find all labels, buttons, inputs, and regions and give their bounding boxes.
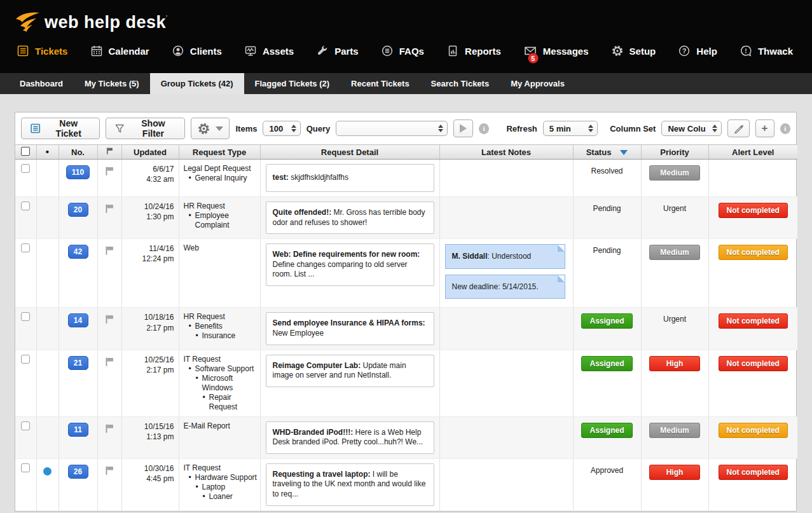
status-badge: Medium: [649, 245, 700, 260]
ticket-number-badge[interactable]: 11: [68, 423, 88, 437]
request-detail-column-header[interactable]: Request Detail: [260, 145, 439, 160]
row-checkbox[interactable]: [21, 421, 30, 430]
priority-cell: Medium: [641, 416, 708, 458]
number-column-header[interactable]: No.: [58, 145, 97, 160]
status-badge: Medium: [649, 423, 700, 438]
alert-level-column-header[interactable]: Alert Level: [708, 145, 797, 160]
tickets-panel: New Ticket Show Filter Items 100 Query: [15, 112, 797, 512]
bulk-actions-gear-button[interactable]: [191, 118, 230, 139]
nav-item-help[interactable]: ? Help: [678, 44, 717, 57]
add-column-set-button[interactable]: +: [755, 120, 774, 137]
row-checkbox[interactable]: [21, 164, 30, 173]
row-checkbox[interactable]: [21, 202, 30, 210]
request-detail-box[interactable]: Send employee Insurance & HIPAA forms: N…: [266, 312, 434, 345]
nav-item-clients[interactable]: Clients: [172, 44, 222, 57]
flag-column-header[interactable]: [97, 145, 121, 160]
flag-icon[interactable]: [104, 245, 114, 256]
nav-item-calendar[interactable]: Calendar: [90, 44, 149, 57]
nav-item-faqs[interactable]: FAQs: [381, 44, 424, 57]
tab-dashboard[interactable]: Dashboard: [9, 73, 74, 94]
request-detail-box[interactable]: test: skjdfhskldjhfalfhs: [266, 164, 434, 192]
nav-item-messages[interactable]: 5 Messages: [523, 44, 589, 57]
nav-item-tickets[interactable]: Tickets: [17, 44, 67, 57]
tab-group-tickets[interactable]: Group Tickets (42): [150, 73, 244, 94]
flag-icon[interactable]: [104, 166, 114, 176]
note-fold-corner: [558, 275, 565, 282]
status-badge: Medium: [649, 165, 700, 181]
tab-my-tickets[interactable]: My Tickets (5): [74, 73, 150, 94]
ticket-number-badge[interactable]: 110: [66, 165, 90, 179]
latest-notes-cell: M. Siddall: UnderstoodNew deadline: 5/14…: [439, 239, 573, 308]
new-ticket-button[interactable]: New Ticket: [21, 118, 100, 139]
row-checkbox[interactable]: [21, 463, 30, 472]
messages-badge: 5: [528, 53, 539, 64]
plus-icon: +: [762, 122, 768, 135]
latest-notes-column-header[interactable]: Latest Notes: [439, 145, 573, 160]
request-detail-box[interactable]: Quite offended!: Mr. Gross has terrible …: [266, 202, 434, 234]
tickets-icon: [17, 44, 29, 57]
request-type-column-header[interactable]: Request Type: [179, 145, 260, 160]
updated-column-header[interactable]: Updated: [121, 145, 179, 160]
alert-level-cell: Not completed: [708, 458, 797, 510]
request-detail-box[interactable]: Reimage Computer Lab: Update main image …: [266, 355, 434, 387]
tab-search-tickets[interactable]: Search Tickets: [420, 73, 500, 94]
request-type-cell: HR Request•Employee Complaint: [179, 197, 260, 239]
nav-item-thwack[interactable]: Thwack: [740, 44, 793, 57]
query-info-icon[interactable]: i: [479, 123, 490, 134]
flag-icon[interactable]: [104, 465, 114, 475]
tab-recent-tickets[interactable]: Recent Tickets: [340, 73, 420, 94]
column-set-select[interactable]: New Colu: [661, 121, 721, 136]
row-checkbox[interactable]: [21, 312, 30, 321]
row-checkbox[interactable]: [21, 243, 30, 252]
refresh-select[interactable]: 5 min: [543, 121, 598, 136]
status-column-header[interactable]: Status: [573, 145, 641, 160]
ticket-number-badge[interactable]: 26: [68, 465, 88, 479]
setup-icon: [611, 44, 624, 57]
tab-my-approvals[interactable]: My Approvals: [500, 73, 575, 94]
table-row: 26 10/30/164:45 pm IT Request•Hardware S…: [15, 458, 797, 510]
status-badge: Not completed: [719, 203, 788, 218]
alert-level-cell: Not completed: [708, 350, 797, 416]
brand-logo: web help desk': [0, 0, 812, 33]
row-checkbox[interactable]: [21, 355, 30, 364]
app-header: web help desk' Tickets Calendar Clients …: [0, 0, 812, 73]
ticket-number-badge[interactable]: 14: [68, 313, 88, 327]
ticket-toolbar: New Ticket Show Filter Items 100 Query: [15, 113, 796, 144]
status-cell: Pending: [573, 239, 641, 308]
nav-item-reports[interactable]: Reports: [446, 44, 501, 57]
status-cell: Assigned: [573, 350, 641, 416]
flag-icon[interactable]: [104, 423, 114, 434]
show-filter-button[interactable]: Show Filter: [106, 118, 186, 139]
table-row: 21 10/25/162:17 pm IT Request•Software S…: [15, 350, 797, 416]
priority-column-header[interactable]: Priority: [641, 145, 708, 160]
request-detail-box[interactable]: WHD-Branded iPod!!!: Here is a Web Help …: [266, 421, 434, 454]
ticket-number-badge[interactable]: 42: [68, 245, 88, 259]
table-row: 20 10/24/161:30 pm HR Request•Employee C…: [15, 197, 797, 239]
latest-notes-cell: [439, 160, 573, 197]
run-query-button[interactable]: [453, 120, 473, 137]
request-type-cell: Web: [179, 239, 260, 308]
flag-icon[interactable]: [104, 357, 114, 367]
ticket-number-badge[interactable]: 21: [68, 356, 88, 370]
column-set-info-icon[interactable]: i: [780, 123, 791, 134]
items-select[interactable]: 100: [263, 121, 300, 136]
nav-item-assets[interactable]: Assets: [244, 44, 294, 57]
select-all-header[interactable]: [15, 145, 36, 160]
query-select[interactable]: [336, 121, 448, 136]
flag-icon[interactable]: [104, 314, 114, 324]
thwack-icon: [740, 44, 752, 57]
ticket-number-badge[interactable]: 20: [68, 203, 88, 217]
request-detail-box[interactable]: Requesting a travel laptop: I will be tr…: [266, 463, 434, 506]
priority-cell: Urgent: [641, 308, 708, 350]
nav-item-setup[interactable]: Setup: [611, 44, 656, 57]
select-all-checkbox[interactable]: [21, 147, 30, 156]
flag-icon[interactable]: [104, 203, 114, 214]
request-detail-box[interactable]: Web: Define requirements for new room: D…: [266, 243, 434, 286]
table-row: 11 10/15/161:13 pm E-Mail Report WHD-Bra…: [15, 416, 797, 458]
unread-column-header[interactable]: •: [36, 145, 58, 160]
nav-item-parts[interactable]: Parts: [316, 44, 359, 57]
priority-cell: Medium: [641, 239, 708, 308]
edit-column-set-button[interactable]: [727, 120, 750, 137]
tab-flagged-tickets[interactable]: Flagged Tickets (2): [244, 73, 341, 94]
status-badge: Not completed: [719, 465, 788, 480]
